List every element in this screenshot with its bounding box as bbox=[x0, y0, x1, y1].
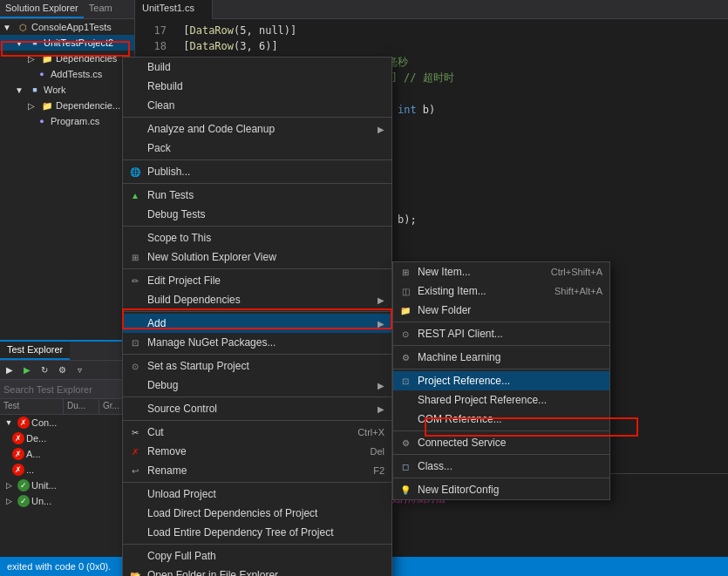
project-ref-icon: ⊡ bbox=[398, 374, 412, 388]
expand-icon: ▷ bbox=[24, 51, 38, 65]
context-menu: Build Rebuild Clean Analyze and Code Cle… bbox=[122, 57, 392, 576]
cm-run-tests[interactable]: ▲ Run Tests bbox=[123, 186, 391, 205]
expand-icon: ▼ bbox=[0, 20, 14, 34]
settings-button[interactable]: ⚙ bbox=[54, 363, 70, 378]
test-explorer-tabs: Test Explorer bbox=[0, 342, 135, 361]
cm-load-entire[interactable]: Load Entire Dependency Tree of Project bbox=[123, 523, 391, 542]
submenu-arrow-icon: ▶ bbox=[378, 295, 384, 305]
sm-machine-learning[interactable]: ⚙ Machine Learning bbox=[393, 348, 609, 367]
submenu-add: ⊞ New Item... Ctrl+Shift+A ◫ Existing It… bbox=[392, 261, 610, 500]
test-list-item[interactable]: ▼ ✗ Con... bbox=[0, 415, 135, 430]
cm-clean[interactable]: Clean bbox=[123, 96, 391, 115]
tab-test[interactable]: Test Explorer bbox=[0, 342, 70, 360]
cm-pack[interactable]: Pack bbox=[123, 139, 391, 158]
sm-new-item[interactable]: ⊞ New Item... Ctrl+Shift+A bbox=[393, 262, 609, 281]
cm-analyze[interactable]: Analyze and Code Cleanup ▶ bbox=[123, 119, 391, 139]
run-all-button[interactable]: ▶ bbox=[2, 363, 17, 378]
editor-tab-bar: UnitTest1.cs bbox=[135, 0, 728, 19]
cm-new-sol-view[interactable]: ⊞ New Solution Explorer View bbox=[123, 247, 391, 267]
tree-item-dependencies-ut[interactable]: ▷ 📁 Dependencies bbox=[0, 51, 134, 66]
code-line: 18 [DataRow(3, 6)] bbox=[142, 38, 721, 54]
cm-scope[interactable]: Scope to This bbox=[123, 228, 391, 247]
cm-remove[interactable]: ✗ Remove Del bbox=[123, 442, 391, 461]
cm-build-deps[interactable]: Build Dependencies ▶ bbox=[123, 290, 391, 309]
refresh-button[interactable]: ↻ bbox=[37, 363, 52, 378]
sm-new-editor-config[interactable]: 💡 New EditorConfig bbox=[393, 480, 609, 499]
tree-item-unittestproject2[interactable]: ▼ ■ UnitTestProject2 bbox=[0, 35, 134, 51]
expand-icon: ▼ bbox=[2, 416, 16, 430]
test-list-item[interactable]: ✗ ... bbox=[0, 462, 135, 478]
sm-rest-api[interactable]: ⊙ REST API Client... bbox=[393, 324, 609, 343]
nuget-label: Manage NuGet Packages... bbox=[147, 336, 276, 349]
sm-shared-proj-ref[interactable]: Shared Project Reference... bbox=[393, 390, 609, 410]
rest-api-label: REST API Client... bbox=[418, 328, 503, 340]
test-label: Unit... bbox=[31, 480, 57, 491]
separator bbox=[123, 268, 391, 269]
sm-project-reference[interactable]: ⊡ Project Reference... bbox=[393, 371, 609, 390]
cm-debug-tests[interactable]: Debug Tests bbox=[123, 205, 391, 224]
cm-unload[interactable]: Unload Project bbox=[123, 485, 391, 504]
cm-startup[interactable]: ⊙ Set as Startup Project bbox=[123, 356, 391, 376]
status-fail-icon: ✗ bbox=[12, 464, 24, 476]
editor-tab-unittest1cs[interactable]: UnitTest1.cs bbox=[135, 0, 213, 19]
cm-build[interactable]: Build bbox=[123, 58, 391, 77]
sm-existing-item[interactable]: ◫ Existing Item... Shift+Alt+A bbox=[393, 281, 609, 301]
machine-learning-label: Machine Learning bbox=[418, 351, 500, 363]
analyze-label: Analyze and Code Cleanup bbox=[147, 123, 275, 135]
sm-connected-service[interactable]: ⚙ Connected Service bbox=[393, 433, 609, 452]
separator bbox=[123, 482, 391, 483]
tree-item-work[interactable]: ▼ ■ Work bbox=[0, 82, 134, 98]
cm-rename[interactable]: ↩ Rename F2 bbox=[123, 461, 391, 480]
rename-label: Rename bbox=[147, 464, 187, 477]
tree-label: Work bbox=[44, 85, 65, 95]
scope-label: Scope to This bbox=[147, 232, 211, 244]
new-sol-view-label: New Solution Explorer View bbox=[147, 251, 276, 263]
test-list-item[interactable]: ✗ A... bbox=[0, 446, 135, 462]
edit-icon: ✏ bbox=[128, 274, 142, 288]
sm-class[interactable]: ◻ Class... bbox=[393, 457, 609, 476]
tree-item-consoleapp1tests[interactable]: ▼ ⬡ ConsoleApp1Tests bbox=[0, 19, 134, 35]
rename-shortcut: F2 bbox=[373, 465, 384, 476]
cm-open-folder[interactable]: 📂 Open Folder in File Explorer bbox=[123, 566, 391, 576]
test-list-item[interactable]: ▷ ✓ Unit... bbox=[0, 478, 135, 493]
cm-nuget[interactable]: ⊡ Manage NuGet Packages... bbox=[123, 333, 391, 352]
cm-add[interactable]: Add ▶ bbox=[123, 314, 391, 333]
test-list-item[interactable]: ✗ De... bbox=[0, 430, 135, 446]
source-label: Source Control bbox=[147, 403, 217, 415]
class-icon: ◻ bbox=[398, 459, 412, 473]
run-icon: ▲ bbox=[128, 188, 142, 202]
cm-load-direct[interactable]: Load Direct Dependencies of Project bbox=[123, 504, 391, 523]
expand-icon: ▷ bbox=[2, 494, 16, 508]
tree-item-addtestscs[interactable]: ● AddTests.cs bbox=[0, 66, 134, 82]
filter-button[interactable]: ▿ bbox=[71, 363, 87, 378]
separator bbox=[393, 430, 609, 431]
test-label: Un... bbox=[31, 496, 51, 506]
tree-label: Program.cs bbox=[51, 116, 99, 126]
cm-debug[interactable]: Debug ▶ bbox=[123, 376, 391, 395]
tab-team-explorer[interactable]: Team bbox=[84, 0, 118, 18]
cm-publish[interactable]: 🌐 Publish... bbox=[123, 162, 391, 181]
tree-item-programcs[interactable]: ● Program.cs bbox=[0, 113, 134, 129]
cm-source[interactable]: Source Control ▶ bbox=[123, 399, 391, 418]
existing-item-label: Existing Item... bbox=[418, 285, 486, 297]
tree-item-dependencies-w[interactable]: ▷ 📁 Dependencie... bbox=[0, 98, 134, 113]
folder-icon: 📁 bbox=[40, 98, 54, 112]
tab-solution-explorer[interactable]: Solution Explorer bbox=[0, 0, 84, 18]
test-list-item[interactable]: ▷ ✓ Un... bbox=[0, 493, 135, 509]
cm-cut[interactable]: ✂ Cut Ctrl+X bbox=[123, 423, 391, 442]
search-test-explorer-input[interactable] bbox=[0, 380, 135, 399]
separator bbox=[123, 226, 391, 227]
sm-com-reference[interactable]: COM Reference... bbox=[393, 410, 609, 429]
separator bbox=[393, 478, 609, 478]
cm-rebuild[interactable]: Rebuild bbox=[123, 77, 391, 96]
expand-icon: ▼ bbox=[12, 83, 26, 97]
sm-new-folder[interactable]: 📁 New Folder bbox=[393, 301, 609, 320]
run-selected-button[interactable]: ▶ bbox=[19, 363, 35, 378]
status-fail-icon: ✗ bbox=[17, 417, 30, 429]
tree-label: Dependencies bbox=[56, 53, 117, 64]
cm-edit-proj[interactable]: ✏ Edit Project File bbox=[123, 271, 391, 290]
cm-copy-path[interactable]: Copy Full Path bbox=[123, 546, 391, 566]
run-tests-label: Run Tests bbox=[147, 189, 194, 201]
folder-open-icon: 📂 bbox=[128, 568, 142, 576]
separator bbox=[123, 396, 391, 397]
